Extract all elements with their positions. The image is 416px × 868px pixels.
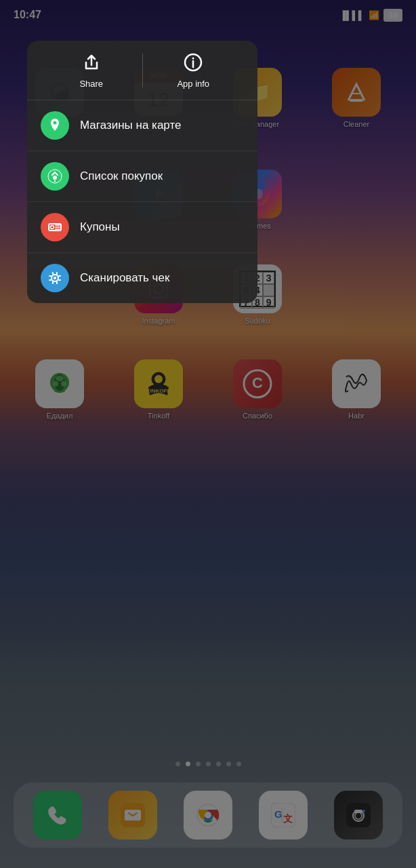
stores-map-icon [41,111,69,140]
svg-rect-40 [58,279,61,281]
svg-rect-35 [49,275,51,277]
shopping-list-icon [41,162,69,191]
svg-rect-36 [58,275,61,277]
svg-rect-33 [52,272,54,275]
stores-map-label: Магазины на карте [80,119,181,132]
coupons-label: Купоны [80,220,120,234]
svg-point-27 [51,226,54,229]
appinfo-icon [182,52,204,73]
scan-receipt-label: Сканировать чек [80,271,169,285]
context-menu-top-actions: Share App info [27,41,257,100]
appinfo-action[interactable]: App info [143,52,245,89]
coupons-icon [41,213,69,241]
menu-item-stores-map[interactable]: Магазины на карте [27,100,257,151]
shopping-list-label: Список покупок [80,170,163,183]
svg-point-24 [53,176,57,180]
share-icon [81,52,102,73]
context-menu: Share App info Магазины на карте [27,41,257,303]
menu-item-coupons[interactable]: Купоны [27,202,257,253]
svg-rect-38 [56,281,58,284]
svg-point-21 [192,58,194,60]
menu-item-shopping-list[interactable]: Список покупок [27,151,257,202]
scan-receipt-icon [41,264,69,292]
appinfo-label: App info [177,79,209,89]
share-action[interactable]: Share [41,52,142,89]
svg-rect-39 [49,279,51,281]
svg-rect-34 [56,272,58,275]
menu-item-scan-receipt[interactable]: Сканировать чек [27,253,257,303]
svg-point-32 [54,277,56,279]
svg-point-22 [54,121,57,125]
context-menu-list: Магазины на карте Список покупок [27,100,257,303]
svg-rect-37 [52,281,54,284]
share-label: Share [79,79,103,89]
